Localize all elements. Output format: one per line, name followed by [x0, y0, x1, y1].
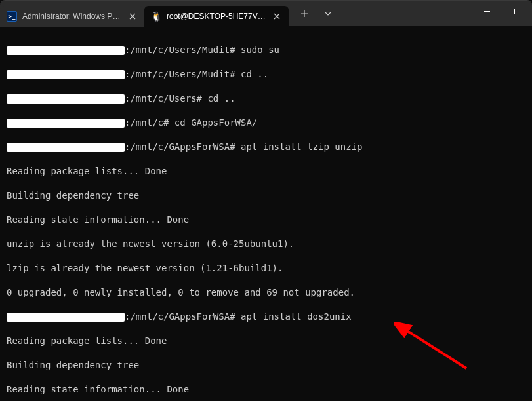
redacted-host: [7, 313, 125, 322]
output-line: Reading package lists... Done: [7, 165, 525, 178]
command: cd GAppsForWSA/: [174, 117, 257, 128]
redacted-host: [7, 143, 125, 152]
close-icon[interactable]: [127, 11, 138, 22]
command: sudo su: [241, 45, 279, 55]
prompt-path: :/mnt/c/Users#: [125, 93, 207, 104]
output-line: Building dependency tree: [7, 189, 525, 202]
svg-rect-0: [514, 9, 520, 14]
tab-dropdown-button[interactable]: [317, 3, 338, 24]
powershell-icon: >_: [7, 11, 17, 22]
terminal-output[interactable]: :/mnt/c/Users/Mudit# sudo su :/mnt/c/Use…: [0, 26, 532, 401]
command: cd ..: [241, 69, 268, 79]
prompt-path: :/mnt/c/Users/Mudit#: [125, 45, 241, 55]
tab-wsl[interactable]: 🐧 root@DESKTOP-5HE77VO: /mn: [144, 6, 289, 27]
redacted-host: [7, 70, 125, 79]
command: cd ..: [207, 93, 235, 104]
redacted-host: [7, 94, 125, 104]
tab-powershell[interactable]: >_ Administrator: Windows PowerS: [0, 6, 144, 27]
prompt-path: :/mnt/c/GAppsForWSA#: [125, 142, 241, 152]
close-icon[interactable]: [272, 11, 282, 22]
output-line: Reading package lists... Done: [7, 335, 525, 347]
output-line: unzip is already the newest version (6.0…: [7, 238, 525, 250]
maximize-button[interactable]: [502, 1, 532, 22]
prompt-path: :/mnt/c#: [125, 117, 174, 128]
command: apt install lzip unzip: [241, 142, 362, 152]
command: apt install dos2unix: [241, 311, 352, 322]
tux-icon: 🐧: [151, 11, 161, 22]
output-line: Building dependency tree: [7, 359, 525, 372]
tab-title: root@DESKTOP-5HE77VO: /mn: [167, 12, 268, 21]
output-line: Reading state information... Done: [7, 383, 525, 396]
minimize-button[interactable]: [472, 1, 502, 22]
tab-actions: [289, 3, 338, 24]
tabs-container: >_ Administrator: Windows PowerS 🐧 root@…: [0, 1, 338, 26]
window-controls: [472, 1, 532, 26]
tab-title: Administrator: Windows PowerS: [22, 12, 123, 21]
prompt-path: :/mnt/c/GAppsForWSA#: [125, 311, 241, 322]
new-tab-button[interactable]: [294, 3, 315, 24]
output-line: lzip is already the newest version (1.21…: [7, 262, 525, 275]
prompt-path: :/mnt/c/Users/Mudit#: [125, 69, 241, 79]
titlebar: >_ Administrator: Windows PowerS 🐧 root@…: [0, 0, 532, 26]
output-line: 0 upgraded, 0 newly installed, 0 to remo…: [7, 286, 525, 299]
redacted-host: [7, 119, 125, 128]
redacted-host: [7, 46, 125, 55]
output-line: Reading state information... Done: [7, 214, 525, 226]
